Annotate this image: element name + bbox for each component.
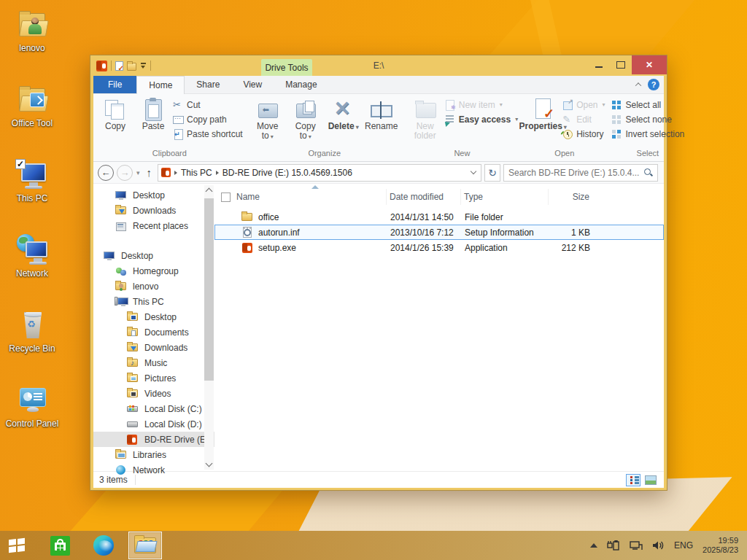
breadcrumb-this-pc[interactable]: This PC bbox=[181, 168, 212, 178]
scroll-thumb[interactable] bbox=[204, 198, 214, 381]
desktop-icon-office-tool[interactable]: Office Tool bbox=[0, 84, 64, 159]
nav-item-this-pc[interactable]: This PC bbox=[93, 294, 214, 309]
nav-item-desktop-favorite[interactable]: Desktop bbox=[93, 187, 214, 203]
address-bar[interactable]: This PC BD-RE Drive (E:) 15.0.4569.1506 bbox=[158, 164, 481, 182]
large-icons-view-button[interactable] bbox=[643, 474, 658, 486]
history-button[interactable]: History bbox=[562, 128, 605, 140]
copy-button[interactable]: Copy bbox=[96, 96, 134, 131]
title-bar[interactable]: E:\ Drive Tools bbox=[93, 55, 664, 76]
refresh-button[interactable]: ↻ bbox=[484, 164, 500, 182]
properties-qat-icon[interactable] bbox=[115, 61, 123, 71]
scroll-down-icon[interactable] bbox=[206, 460, 213, 467]
store-taskbar-button[interactable] bbox=[44, 531, 76, 560]
breadcrumb-drive[interactable]: BD-RE Drive (E:) 15.0.4569.1506 bbox=[222, 168, 352, 178]
edge-taskbar-button[interactable] bbox=[88, 531, 120, 560]
volume-icon[interactable] bbox=[652, 540, 665, 551]
desktop-icon-label: Office Tool bbox=[12, 119, 53, 128]
tab-manage[interactable]: Manage bbox=[274, 76, 328, 93]
app-icon[interactable] bbox=[96, 61, 107, 71]
nav-item-documents[interactable]: Documents bbox=[93, 324, 214, 340]
nav-item-downloads-favorite[interactable]: Downloads bbox=[93, 203, 214, 218]
search-input[interactable] bbox=[508, 168, 643, 178]
new-folder-button[interactable]: New folder bbox=[406, 96, 444, 141]
column-date-modified[interactable]: Date modified bbox=[387, 189, 461, 205]
nav-item-pictures[interactable]: Pictures bbox=[93, 370, 214, 386]
network-icon[interactable] bbox=[630, 540, 643, 551]
move-to-button[interactable]: Move to bbox=[249, 96, 287, 141]
start-button[interactable] bbox=[0, 531, 34, 560]
up-button[interactable]: ↑ bbox=[144, 166, 155, 179]
nav-item-music[interactable]: ♪ Music bbox=[93, 355, 214, 370]
clock[interactable]: 19:59 2025/8/23 bbox=[703, 536, 738, 555]
easy-access-button[interactable]: Easy access bbox=[444, 113, 518, 125]
nav-scrollbar[interactable] bbox=[204, 185, 214, 470]
delete-button[interactable]: Delete bbox=[325, 96, 363, 132]
edge-icon bbox=[93, 535, 114, 556]
language-indicator[interactable]: ENG bbox=[674, 540, 693, 551]
nav-item-bdre-drive-e[interactable]: BD-RE Drive (E: bbox=[93, 432, 214, 447]
nav-item-downloads[interactable]: Downloads bbox=[93, 340, 214, 355]
nav-item-libraries[interactable]: Libraries bbox=[93, 447, 214, 462]
file-row-autorun-inf[interactable]: autorun.inf 2013/10/16 7:12 Setup Inform… bbox=[214, 225, 664, 240]
tab-view[interactable]: View bbox=[231, 76, 274, 93]
show-hidden-icons-chevron[interactable] bbox=[590, 543, 597, 548]
invert-selection-button[interactable]: Invert selection bbox=[611, 128, 685, 140]
tab-share[interactable]: Share bbox=[185, 76, 231, 93]
battery-icon[interactable] bbox=[607, 540, 620, 551]
file-row-office[interactable]: office 2014/1/31 14:50 File folder bbox=[214, 209, 664, 225]
forward-button[interactable]: → bbox=[117, 165, 133, 181]
history-dropdown-icon[interactable]: ▾ bbox=[136, 169, 141, 176]
desktop-icon-control-panel[interactable]: Control Panel bbox=[0, 384, 64, 459]
desktop-icon-recycle-bin[interactable]: Recycle Bin bbox=[0, 309, 64, 384]
desktop-icon-lenovo[interactable]: lenovo bbox=[0, 9, 64, 84]
maximize-button[interactable] bbox=[610, 55, 632, 74]
desktop-icon-this-pc[interactable]: ✓ This PC bbox=[0, 159, 64, 234]
column-name[interactable]: Name bbox=[236, 189, 387, 205]
paste-button[interactable]: Paste bbox=[134, 96, 172, 131]
close-button[interactable] bbox=[632, 55, 667, 74]
scroll-up-icon[interactable] bbox=[206, 188, 213, 195]
details-view-button[interactable] bbox=[626, 474, 640, 486]
file-explorer-taskbar-button[interactable] bbox=[128, 532, 162, 559]
help-icon[interactable]: ? bbox=[648, 79, 659, 90]
nav-item-lenovo[interactable]: lenovo bbox=[93, 279, 214, 294]
desktop-icon-network[interactable]: Network bbox=[0, 234, 64, 309]
nav-item-recent-places[interactable]: Recent places bbox=[93, 218, 214, 233]
nav-item-desktop-folder[interactable]: Desktop bbox=[93, 309, 214, 324]
nav-item-network[interactable]: Network bbox=[93, 462, 214, 478]
select-all-checkbox[interactable] bbox=[221, 192, 231, 202]
nav-item-local-disk-c[interactable]: Local Disk (C:) bbox=[93, 401, 214, 416]
collapse-ribbon-icon[interactable] bbox=[635, 82, 641, 88]
search-box[interactable] bbox=[503, 164, 658, 182]
new-item-button[interactable]: New item bbox=[444, 98, 518, 111]
search-icon[interactable] bbox=[643, 168, 653, 177]
file-row-setup-exe[interactable]: setup.exe 2014/1/26 15:39 Application 21… bbox=[214, 240, 664, 255]
nav-item-videos[interactable]: Videos bbox=[93, 386, 214, 401]
nav-label: Local Disk (C:) bbox=[144, 404, 202, 414]
copy-label: Copy bbox=[105, 122, 125, 131]
rename-button[interactable]: Rename bbox=[363, 96, 400, 131]
customize-qat-dropdown-icon[interactable] bbox=[140, 62, 147, 69]
easy-access-icon bbox=[444, 114, 456, 125]
properties-button[interactable]: Properties bbox=[524, 96, 562, 132]
column-size[interactable]: Size bbox=[549, 189, 592, 205]
column-type[interactable]: Type bbox=[461, 189, 549, 205]
minimize-button[interactable] bbox=[588, 55, 610, 74]
open-button[interactable]: Open bbox=[562, 98, 605, 111]
nav-item-desktop-root[interactable]: Desktop bbox=[93, 248, 214, 263]
copy-to-button[interactable]: Copy to bbox=[287, 96, 325, 141]
nav-item-local-disk-d[interactable]: Local Disk (D:) bbox=[93, 416, 214, 432]
new-folder-qat-icon[interactable] bbox=[127, 63, 136, 71]
nav-item-homegroup[interactable]: Homegroup bbox=[93, 263, 214, 279]
edit-button[interactable]: Edit bbox=[562, 113, 605, 125]
tab-file[interactable]: File bbox=[93, 76, 136, 93]
tab-home[interactable]: Home bbox=[136, 76, 185, 94]
new-group-label: New bbox=[406, 149, 518, 161]
select-none-button[interactable]: Select none bbox=[611, 113, 685, 125]
back-button[interactable]: ← bbox=[98, 165, 114, 181]
copy-path-button[interactable]: Copy path bbox=[172, 113, 243, 125]
select-all-button[interactable]: Select all bbox=[611, 98, 685, 111]
address-dropdown-icon[interactable] bbox=[471, 168, 476, 174]
cut-button[interactable]: Cut bbox=[172, 98, 243, 111]
paste-shortcut-button[interactable]: Paste shortcut bbox=[172, 128, 243, 140]
